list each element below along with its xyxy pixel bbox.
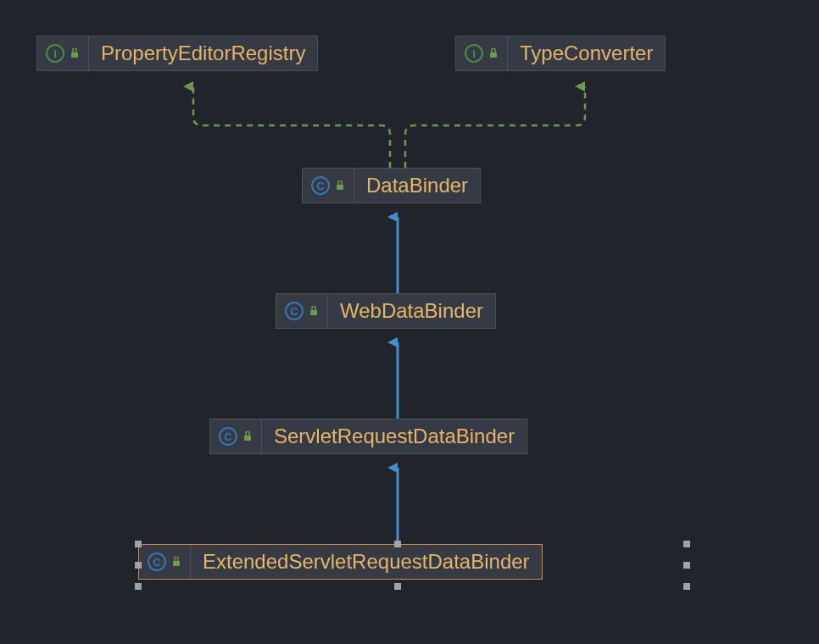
selection-handle[interactable]: [683, 541, 690, 547]
svg-rect-9: [244, 436, 251, 441]
public-icon: [171, 557, 181, 567]
node-typeconverter[interactable]: I TypeConverter: [455, 36, 666, 71]
node-webdatabinder[interactable]: C WebDataBinder: [276, 293, 496, 329]
node-label: DataBinder: [354, 169, 480, 203]
node-label: PropertyEditorRegistry: [89, 36, 317, 70]
public-icon: [242, 431, 253, 441]
class-icon: C: [311, 176, 330, 195]
node-label: TypeConverter: [508, 36, 665, 70]
interface-icon: I: [465, 44, 483, 63]
selection-handle[interactable]: [135, 583, 142, 590]
public-icon: [70, 48, 80, 58]
node-extendedservletrequestdatabinder[interactable]: C ExtendedServletRequestDataBinder: [138, 544, 543, 580]
selection-handle[interactable]: [135, 562, 142, 569]
selection-handle[interactable]: [683, 583, 690, 590]
public-icon: [335, 180, 345, 191]
interface-icon: I: [46, 44, 64, 63]
public-icon: [488, 48, 499, 58]
selection-handle[interactable]: [135, 541, 142, 547]
class-icon: C: [285, 302, 304, 320]
selection-handle[interactable]: [683, 562, 690, 569]
svg-rect-11: [173, 561, 180, 566]
svg-rect-7: [310, 310, 317, 315]
node-label: ServletRequestDataBinder: [262, 419, 526, 453]
edge-databinder-to-propertyeditorregistry: [193, 86, 390, 168]
selection-handle[interactable]: [394, 541, 401, 547]
svg-rect-1: [71, 53, 78, 58]
class-icon: C: [219, 427, 237, 446]
node-label: WebDataBinder: [328, 294, 495, 328]
selection-handle[interactable]: [394, 583, 401, 590]
edge-databinder-to-typeconverter: [405, 86, 585, 168]
svg-rect-3: [490, 53, 497, 58]
public-icon: [309, 306, 319, 316]
node-servletrequestdatabinder[interactable]: C ServletRequestDataBinder: [209, 419, 527, 454]
node-databinder[interactable]: C DataBinder: [302, 168, 481, 203]
node-propertyeditorregistry[interactable]: I PropertyEditorRegistry: [36, 36, 318, 71]
node-label: ExtendedServletRequestDataBinder: [191, 545, 542, 579]
class-icon: C: [148, 552, 166, 571]
svg-rect-5: [337, 185, 343, 190]
